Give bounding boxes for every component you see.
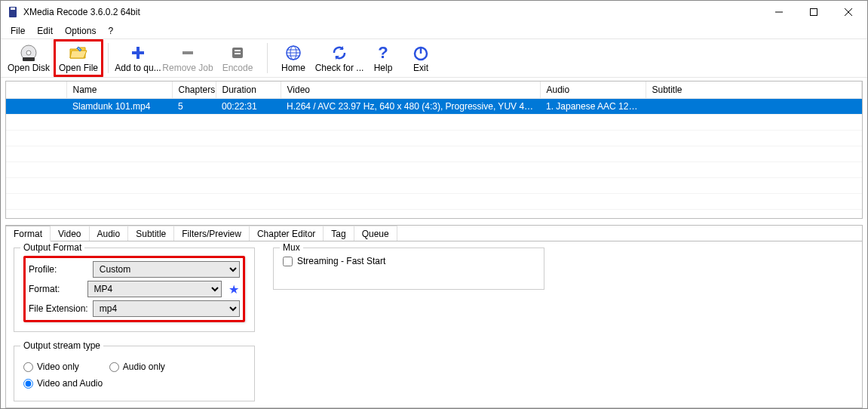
tab-queue[interactable]: Queue [354,226,397,241]
toolbar-separator [267,43,268,73]
streaming-label: Streaming - Fast Start [297,256,385,266]
col-subtitle[interactable]: Subtitle [646,81,862,98]
tab-subtitle[interactable]: Subtitle [128,226,174,241]
app-icon [7,6,19,18]
video-only-radio[interactable] [23,362,33,372]
svg-rect-14 [235,53,241,54]
toolbar: Open Disk Open File Add to qu... Remove … [1,38,867,78]
maximize-button[interactable] [796,1,831,23]
col-name[interactable]: Name [66,81,172,98]
encode-icon [230,44,245,62]
format-label: Format: [29,284,83,294]
table-header-row: Name Chapters Duration Video Audio Subti… [6,81,862,98]
remove-job-button[interactable]: Remove Job [163,39,213,77]
minus-icon [181,44,195,62]
svg-rect-11 [182,51,193,54]
file-table[interactable]: Name Chapters Duration Video Audio Subti… [5,81,863,219]
mux-legend: Mux [280,242,303,253]
output-format-legend: Output Format [20,242,84,253]
menu-bar: File Edit Options ? [1,23,867,38]
settings-panel: Format Video Audio Subtitle Filters/Prev… [5,225,863,408]
menu-options[interactable]: Options [60,24,101,38]
add-queue-button[interactable]: Add to qu... [113,39,163,77]
svg-rect-13 [235,50,241,51]
extension-label: File Extension: [29,303,88,314]
check-updates-button[interactable]: Check for ... [314,39,364,77]
col-chapters[interactable]: Chapters [172,81,216,98]
svg-rect-1 [11,8,15,10]
tab-video[interactable]: Video [51,226,89,241]
svg-point-7 [26,51,31,55]
output-format-group: Output Format Profile: Custom Format: MP… [14,248,255,332]
table-row[interactable]: Slamdunk 101.mp4 5 00:22:31 H.264 / AVC … [6,98,862,114]
help-button[interactable]: ? Help [364,39,402,77]
disc-icon [20,44,38,62]
profile-label: Profile: [29,264,88,275]
col-blank[interactable] [6,81,66,98]
svg-rect-8 [23,57,35,61]
profile-select[interactable]: Custom [93,261,240,278]
video-audio-radio[interactable] [23,379,33,389]
extension-select[interactable]: mp4 [93,300,240,317]
tab-strip: Format Video Audio Subtitle Filters/Prev… [6,226,862,241]
svg-rect-10 [132,51,144,54]
plus-icon [130,44,146,62]
tab-format[interactable]: Format [6,226,51,241]
tab-tag[interactable]: Tag [324,226,354,241]
globe-icon [285,44,302,62]
title-bar: XMedia Recode 3.6.0.2 64bit [1,1,867,23]
tab-audio[interactable]: Audio [90,226,129,241]
col-video[interactable]: Video [281,81,540,98]
minimize-button[interactable] [762,1,796,23]
col-audio[interactable]: Audio [540,81,646,98]
close-button[interactable] [831,1,866,23]
svg-rect-3 [811,9,817,16]
open-file-button[interactable]: Open File [54,39,103,77]
streaming-checkbox[interactable] [283,257,293,266]
menu-edit[interactable]: Edit [32,24,58,38]
mux-group: Mux Streaming - Fast Start [273,248,544,290]
question-icon: ? [378,44,388,62]
open-disk-button[interactable]: Open Disk [4,39,54,77]
audio-only-radio[interactable] [109,362,119,372]
encode-button[interactable]: Encode [213,39,262,77]
refresh-icon [331,44,348,62]
menu-help[interactable]: ? [103,24,118,38]
home-button[interactable]: Home [272,39,314,77]
col-duration[interactable]: Duration [216,81,281,98]
tab-chapter[interactable]: Chapter Editor [250,226,324,241]
exit-button[interactable]: Exit [402,39,440,77]
menu-file[interactable]: File [5,24,30,38]
power-icon [413,44,429,62]
folder-open-icon [69,44,88,62]
tab-filters[interactable]: Filters/Preview [174,226,250,241]
favorite-star-icon[interactable]: ★ [228,282,240,296]
toolbar-separator [108,43,109,73]
stream-type-legend: Output stream type [20,340,103,351]
window-title: XMedia Recode 3.6.0.2 64bit [23,7,762,17]
format-select[interactable]: MP4 [87,281,222,297]
stream-type-group: Output stream type Video only Audio only… [14,346,255,401]
